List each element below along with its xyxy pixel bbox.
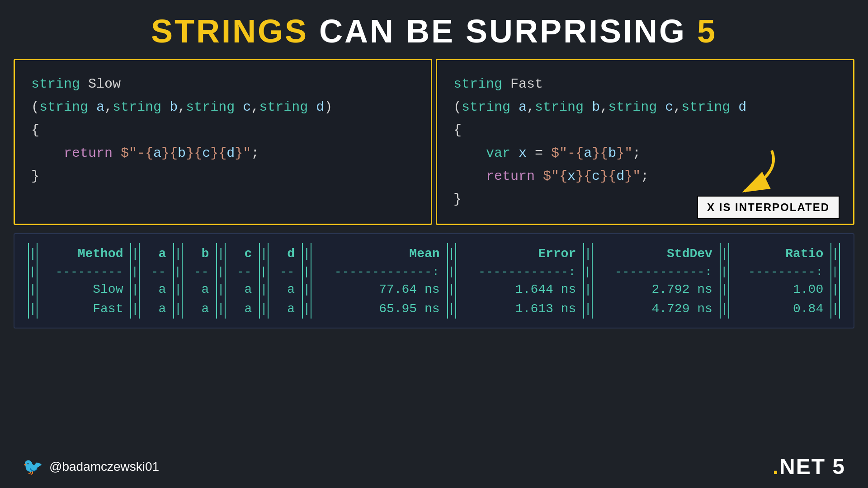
pipe: | xyxy=(831,299,840,319)
sep-mean: -------------: xyxy=(311,264,448,280)
fast-code-panel: string Fast (string a,string b,string c,… xyxy=(436,59,854,225)
benchmark-table: | Method | a | b | c | d | Mean | Error … xyxy=(28,243,840,319)
table-header-row: | Method | a | b | c | d | Mean | Error … xyxy=(28,243,840,264)
pipe: | xyxy=(259,280,268,299)
code-panels: string Slow (string a,string b,string c,… xyxy=(14,59,854,225)
slow-line-1: string Slow xyxy=(31,73,415,96)
cell-c: a xyxy=(225,280,259,299)
benchmark-table-panel: | Method | a | b | c | d | Mean | Error … xyxy=(14,233,854,328)
cell-d: a xyxy=(268,299,302,319)
pipe: | xyxy=(448,264,456,280)
table-row: | Fast | a | a | a | a | 65.95 ns | 1.61… xyxy=(28,299,840,319)
twitter-handle: 🐦 @badamczewski01 xyxy=(23,457,159,476)
cell-mean: 77.64 ns xyxy=(311,280,448,299)
table-row: | Slow | a | a | a | a | 77.64 ns | 1.64… xyxy=(28,280,840,299)
pipe: | xyxy=(131,264,139,280)
pipe: | xyxy=(28,299,37,319)
cell-error: 1.644 ns xyxy=(456,280,584,299)
dotnet-dot: . xyxy=(773,455,779,479)
pipe: | xyxy=(259,264,268,280)
pipe: | xyxy=(174,264,182,280)
pipe: | xyxy=(831,280,840,299)
col-header-ratio: Ratio xyxy=(729,243,831,264)
pipe: | xyxy=(131,280,139,299)
twitter-icon: 🐦 xyxy=(23,457,43,476)
pipe: | xyxy=(174,280,182,299)
col-header-b: b xyxy=(182,243,217,264)
pipe: | xyxy=(28,280,37,299)
sep-d: -- xyxy=(268,264,302,280)
pipe: | xyxy=(217,280,225,299)
pipe: | xyxy=(259,243,268,264)
title-area: STRINGS CAN BE SURPRISING 5 xyxy=(0,0,868,59)
cell-mean: 65.95 ns xyxy=(311,299,448,319)
sep-stddev: ------------: xyxy=(592,264,720,280)
sep-ratio: ---------: xyxy=(729,264,831,280)
fast-line-1: string Fast xyxy=(453,73,837,96)
pipe: | xyxy=(448,299,456,319)
pipe: | xyxy=(217,264,225,280)
col-header-method: Method xyxy=(37,243,131,264)
pipe: | xyxy=(131,299,139,319)
pipe: | xyxy=(28,264,37,280)
cell-a: a xyxy=(139,299,174,319)
title-part3: 5 xyxy=(697,13,717,49)
dotnet-badge: .NET 5 xyxy=(773,454,845,479)
dotnet-text: NET 5 xyxy=(779,455,845,479)
cell-method: Fast xyxy=(37,299,131,319)
pipe: | xyxy=(720,243,729,264)
col-header-c: c xyxy=(225,243,259,264)
col-header-stddev: StdDev xyxy=(592,243,720,264)
cell-c: a xyxy=(225,299,259,319)
cell-b: a xyxy=(182,299,217,319)
sep-c: -- xyxy=(225,264,259,280)
cell-ratio: 0.84 xyxy=(729,299,831,319)
pipe: | xyxy=(302,299,311,319)
annotation-arrow-svg xyxy=(708,146,790,200)
pipe: | xyxy=(448,243,456,264)
pipe: | xyxy=(584,299,592,319)
annotation-label: X IS INTERPOLATED xyxy=(697,196,840,219)
sep-error: ------------: xyxy=(456,264,584,280)
cell-stddev: 2.792 ns xyxy=(592,280,720,299)
sep-b: -- xyxy=(182,264,217,280)
pipe: | xyxy=(448,280,456,299)
pipe: | xyxy=(259,299,268,319)
slow-code-panel: string Slow (string a,string b,string c,… xyxy=(14,59,432,225)
col-header-d: d xyxy=(268,243,302,264)
cell-error: 1.613 ns xyxy=(456,299,584,319)
slow-line-4: return $"-{a}{b}{c}{d}"; xyxy=(31,142,415,165)
cell-ratio: 1.00 xyxy=(729,280,831,299)
slow-line-2: (string a,string b,string c,string d) xyxy=(31,96,415,119)
pipe: | xyxy=(302,280,311,299)
cell-stddev: 4.729 ns xyxy=(592,299,720,319)
col-header-a: a xyxy=(139,243,174,264)
cell-method: Slow xyxy=(37,280,131,299)
annotation-container: X IS INTERPOLATED xyxy=(697,146,840,219)
col-header-error: Error xyxy=(456,243,584,264)
pipe: | xyxy=(831,243,840,264)
title-part2: CAN BE SURPRISING xyxy=(308,13,697,49)
footer: 🐦 @badamczewski01 .NET 5 xyxy=(0,454,868,479)
pipe: | xyxy=(302,264,311,280)
pipe: | xyxy=(217,299,225,319)
pipe: | xyxy=(584,280,592,299)
fast-line-3: { xyxy=(453,119,837,142)
pipe: | xyxy=(131,243,139,264)
pipe: | xyxy=(302,243,311,264)
pipe: | xyxy=(584,264,592,280)
pipe: | xyxy=(584,243,592,264)
table-body: | Slow | a | a | a | a | 77.64 ns | 1.64… xyxy=(28,280,840,319)
pipe: | xyxy=(174,243,182,264)
pipe: | xyxy=(720,299,729,319)
twitter-username: @badamczewski01 xyxy=(49,460,159,474)
cell-d: a xyxy=(268,280,302,299)
sep-method: --------- xyxy=(37,264,131,280)
pipe: | xyxy=(217,243,225,264)
pipe: | xyxy=(28,243,37,264)
pipe: | xyxy=(720,264,729,280)
pipe: | xyxy=(831,264,840,280)
col-header-mean: Mean xyxy=(311,243,448,264)
title-part1: STRINGS xyxy=(151,13,308,49)
slow-line-5: } xyxy=(31,165,415,188)
